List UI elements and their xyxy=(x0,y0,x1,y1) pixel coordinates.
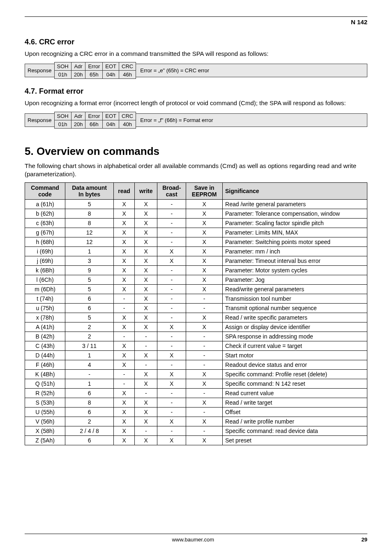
table-cell: X xyxy=(186,436,223,445)
table-cell: - xyxy=(157,313,186,322)
table-cell: - xyxy=(186,294,223,304)
table-cell: - xyxy=(186,360,223,370)
table-cell: l (6Ch) xyxy=(25,275,65,285)
pkt-val: 46h xyxy=(119,71,136,79)
table-cell: 1 xyxy=(65,379,114,389)
pkt-hdr: Adr xyxy=(71,62,85,71)
table-cell: X xyxy=(186,313,223,322)
footer-center: www.baumer.com xyxy=(172,537,214,543)
table-cell: B (42h) xyxy=(25,332,65,341)
table-cell: g (67h) xyxy=(25,228,65,237)
table-row: i (69h)1XXXXParameter: mm / inch xyxy=(25,247,367,256)
table-cell: X xyxy=(186,417,223,426)
top-rule xyxy=(25,16,367,17)
th-command: Commandcode xyxy=(25,183,65,200)
table-cell: V (56h) xyxy=(25,417,65,426)
table-cell: - xyxy=(157,200,186,209)
table-row: A (41h)2XXXXAssign or display device ide… xyxy=(25,322,367,332)
table-cell: 2 xyxy=(65,332,114,341)
section-4-7-title: 4.7. Format error xyxy=(25,87,367,96)
table-cell: X xyxy=(135,417,157,426)
footer: www.baumer.com 29 xyxy=(25,534,367,543)
table-cell: Parameter: Tolerance compensation, windo… xyxy=(223,209,367,219)
table-cell: X xyxy=(157,351,186,360)
table-cell: X xyxy=(113,341,134,351)
pkt-val: 20h xyxy=(71,71,85,79)
table-cell: F (46h) xyxy=(25,360,65,370)
table-cell: Check if current value = target xyxy=(223,341,367,351)
pkt-hdr: EOT xyxy=(103,62,119,71)
table-cell: 5 xyxy=(65,313,114,322)
table-cell: X xyxy=(113,275,134,285)
table-row: B (42h)2----SPA response in addressing m… xyxy=(25,332,367,341)
table-cell: k (6Bh) xyxy=(25,266,65,275)
table-cell: 3 / 11 xyxy=(65,341,114,351)
table-cell: X xyxy=(186,228,223,237)
table-cell: K (4Bh) xyxy=(25,370,65,379)
pkt-val: 04h xyxy=(103,71,119,79)
table-cell: X xyxy=(135,219,157,228)
table-cell: Read /write general parameters xyxy=(223,200,367,209)
table-cell: X xyxy=(186,256,223,266)
table-cell: X xyxy=(186,398,223,408)
table-cell: u (75h) xyxy=(25,304,65,313)
table-cell: X xyxy=(186,266,223,275)
table-cell: X xyxy=(135,408,157,417)
table-cell: Parameter: Timeout interval bus error xyxy=(223,256,367,266)
table-row: h (68h)12XX-XParameter: Switching points… xyxy=(25,237,367,247)
table-cell: x (78h) xyxy=(25,313,65,322)
table-cell: - xyxy=(135,332,157,341)
table-cell: X xyxy=(135,436,157,445)
table-cell: Parameter: Limits MIN, MAX xyxy=(223,228,367,237)
table-row: C (43h)3 / 11X---Check if current value … xyxy=(25,341,367,351)
table-row: U (55h)6XX--Offset xyxy=(25,408,367,417)
packet-label: Response xyxy=(25,113,54,127)
table-cell: - xyxy=(157,426,186,436)
pkt-val: 01h xyxy=(54,120,71,128)
table-cell: 5 xyxy=(65,285,114,294)
table-cell: 2 / 4 / 8 xyxy=(65,426,114,436)
table-cell: X xyxy=(135,247,157,256)
table-row: Q (51h)1-XXXSpecific command: N 142 rese… xyxy=(25,379,367,389)
table-cell: U (55h) xyxy=(25,408,65,417)
table-cell: - xyxy=(135,389,157,398)
table-cell: - xyxy=(186,332,223,341)
table-cell: X xyxy=(135,275,157,285)
table-cell: - xyxy=(113,294,134,304)
pkt-val: 40h xyxy=(119,120,136,128)
pkt-hdr: CRC xyxy=(119,112,136,120)
table-cell: 4 xyxy=(65,360,114,370)
table-cell: X xyxy=(113,360,134,370)
table-cell: j (69h) xyxy=(25,256,65,266)
table-cell: Offset xyxy=(223,408,367,417)
table-cell: 8 xyxy=(65,398,114,408)
packet-table-4-7: SOH Adr Error EOT CRC 01h 20h 66h 04h 40… xyxy=(54,112,136,129)
th-eeprom: Save inEEPROM xyxy=(186,183,223,200)
pkt-val: 66h xyxy=(85,120,103,128)
table-row: b (62h)8XX-XParameter: Tolerance compens… xyxy=(25,209,367,219)
table-cell: - xyxy=(157,285,186,294)
table-cell: X xyxy=(157,436,186,445)
table-cell: - xyxy=(157,389,186,398)
table-cell: Read / write target xyxy=(223,398,367,408)
table-cell: - xyxy=(157,237,186,247)
chapter-5-intro: The following chart shows in alphabetica… xyxy=(25,162,367,179)
table-row: D (44h)1XXX-Start motor xyxy=(25,351,367,360)
table-cell: - xyxy=(186,351,223,360)
table-cell: X xyxy=(135,322,157,332)
pkt-hdr: Adr xyxy=(71,112,85,120)
table-cell: X xyxy=(113,436,134,445)
packet-table-4-6: SOH Adr Error EOT CRC 01h 20h 65h 04h 46… xyxy=(54,62,136,79)
table-cell: Start motor xyxy=(223,351,367,360)
table-row: u (75h)6-X--Transmit optional number seq… xyxy=(25,304,367,313)
table-cell: Parameter: mm / inch xyxy=(223,247,367,256)
table-cell: X xyxy=(186,285,223,294)
table-cell: - xyxy=(186,408,223,417)
table-cell: 12 xyxy=(65,228,114,237)
pkt-hdr: Error xyxy=(85,62,103,71)
table-cell: X xyxy=(113,209,134,219)
table-row: t (74h)6-X--Transmission tool number xyxy=(25,294,367,304)
table-cell: i (69h) xyxy=(25,247,65,256)
table-row: F (46h)4X---Readout device status and er… xyxy=(25,360,367,370)
table-cell: X xyxy=(186,247,223,256)
